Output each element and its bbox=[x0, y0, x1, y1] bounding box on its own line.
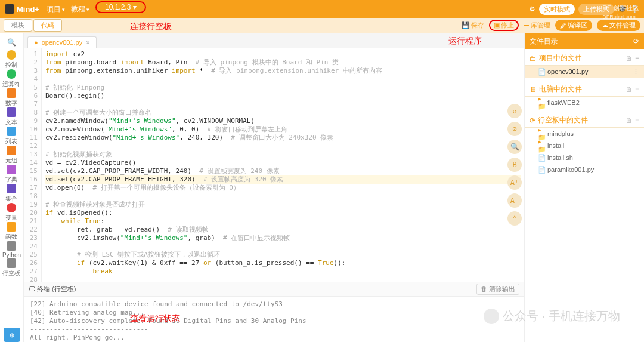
terminal: 🖵 终端 (行空板) 🗑 清除输出 [22] Arduino compatibl… bbox=[24, 282, 524, 342]
search-icon[interactable]: 🔍 bbox=[7, 38, 16, 47]
settings-icon[interactable]: ⚙ bbox=[529, 5, 535, 13]
build-area-button[interactable]: 🖉 编译区 bbox=[555, 20, 592, 31]
watermark: 公众号 · 手机连接万物 bbox=[484, 308, 620, 324]
annotation-status: 查看运行状态 bbox=[130, 313, 180, 324]
editor-tool-button[interactable]: ↺ bbox=[507, 104, 522, 118]
refresh-icon[interactable]: ⟳ bbox=[633, 37, 639, 45]
file-panel-header: 文件目录⟳ bbox=[525, 33, 644, 49]
annotation-run: 运行程序 bbox=[448, 36, 482, 47]
rail-字典[interactable]: 字典 bbox=[2, 165, 21, 184]
rail-列表[interactable]: 列表 bbox=[2, 127, 21, 146]
terminal-title: 🖵 终端 (行空板) bbox=[29, 285, 76, 294]
new-file-icon[interactable]: 🗎 bbox=[626, 85, 633, 94]
editor-tool-button[interactable]: A⁻ bbox=[507, 193, 522, 208]
editor-side-buttons: ↺⊘🔍BA⁺A⁻⌃ bbox=[507, 104, 522, 226]
file-item[interactable]: 📄opencv001.py⋮ bbox=[525, 66, 644, 78]
editor-tab[interactable]: ● opencv001.py × bbox=[27, 36, 97, 48]
file-item[interactable]: ▸ 📁install bbox=[525, 140, 644, 152]
df-community-link[interactable]: DF 创客社区DFRobot.com bbox=[602, 4, 639, 20]
tab-code[interactable]: 代码 bbox=[33, 19, 62, 32]
rail-变量[interactable]: 变量 bbox=[2, 203, 21, 222]
editor-tool-button[interactable]: A⁺ bbox=[507, 175, 522, 190]
stop-button[interactable]: ▣ 停止 bbox=[489, 20, 519, 31]
lib-manage-button[interactable]: ☰ 库管理 bbox=[524, 21, 550, 30]
rail-运算符[interactable]: 运算符 bbox=[2, 69, 21, 88]
menu-project[interactable]: 项目▾ bbox=[47, 4, 65, 14]
rail-数字[interactable]: 数字 bbox=[2, 88, 21, 107]
editor-tool-button[interactable]: B bbox=[507, 158, 522, 172]
file-item[interactable]: 📄paramiko001.py bbox=[525, 164, 644, 175]
rail-控制[interactable]: 控制 bbox=[2, 50, 21, 69]
editor-area: ● opencv001.py × 12345678910111213141516… bbox=[24, 33, 525, 342]
file-item[interactable]: ▸ 📁flaskWEB2 bbox=[525, 97, 644, 109]
tab-blocks[interactable]: 模块 bbox=[4, 19, 32, 32]
category-rail: 🔍 控制运算符数字文本列表元组字典集合变量函数Python行空板 ⊕ bbox=[0, 33, 24, 342]
editor-tool-button[interactable]: ⊘ bbox=[507, 122, 522, 136]
new-file-icon[interactable]: 🗎 bbox=[626, 116, 633, 125]
top-bar: Mind+ 项目▾ 教程▾ 10.1.2.3 ▾ ⚙ 实时模式 上传模式 🎓 ❔… bbox=[0, 0, 644, 18]
wechat-icon bbox=[484, 309, 499, 324]
extensions-button[interactable]: ⊕ bbox=[4, 328, 20, 342]
rail-行空板[interactable]: 行空板 bbox=[2, 258, 21, 278]
close-icon[interactable]: × bbox=[86, 39, 89, 46]
new-file-icon[interactable]: 🗎 bbox=[626, 54, 633, 63]
mode-realtime-button[interactable]: 实时模式 bbox=[539, 4, 575, 15]
sub-bar: 模块 代码 💾 保存 ▣ 停止 ☰ 库管理 🖉 编译区 ☁ 文件管理 bbox=[0, 18, 644, 33]
app-logo: Mind+ bbox=[5, 4, 39, 14]
rail-元组[interactable]: 元组 bbox=[2, 146, 21, 165]
save-button[interactable]: 💾 保存 bbox=[462, 21, 484, 30]
menu-icon[interactable]: ≡ bbox=[635, 85, 639, 94]
annotation-connect: 连接行空板 bbox=[130, 21, 172, 32]
rail-函数[interactable]: 函数 bbox=[2, 222, 21, 241]
section-project-files[interactable]: 🗀项目中的文件🗎≡ bbox=[525, 51, 644, 66]
menu-icon[interactable]: ≡ bbox=[635, 54, 639, 63]
menu-tutorial[interactable]: 教程▾ bbox=[71, 4, 89, 14]
clear-output-button[interactable]: 🗑 清除输出 bbox=[476, 284, 519, 295]
connection-ip[interactable]: 10.1.2.3 ▾ bbox=[95, 1, 146, 13]
code-editor[interactable]: 1234567891011121314151617181920212223242… bbox=[24, 48, 524, 282]
rail-集合[interactable]: 集合 bbox=[2, 184, 21, 203]
rail-Python[interactable]: Python bbox=[2, 241, 21, 258]
main-area: 🔍 控制运算符数字文本列表元组字典集合变量函数Python行空板 ⊕ ● ope… bbox=[0, 33, 644, 342]
rail-文本[interactable]: 文本 bbox=[2, 107, 21, 127]
editor-tool-button[interactable]: 🔍 bbox=[507, 140, 522, 154]
menu-icon[interactable]: ≡ bbox=[635, 116, 639, 125]
file-panel: 文件目录⟳ 🗀项目中的文件🗎≡ 📄opencv001.py⋮ 🖥电脑中的文件🗎≡… bbox=[525, 33, 644, 342]
file-manage-button[interactable]: ☁ 文件管理 bbox=[597, 20, 640, 31]
file-item[interactable]: 📄install.sh bbox=[525, 152, 644, 164]
editor-tool-button[interactable]: ⌃ bbox=[507, 211, 522, 226]
terminal-output[interactable]: [22] Arduino compatible device found and… bbox=[24, 297, 524, 342]
